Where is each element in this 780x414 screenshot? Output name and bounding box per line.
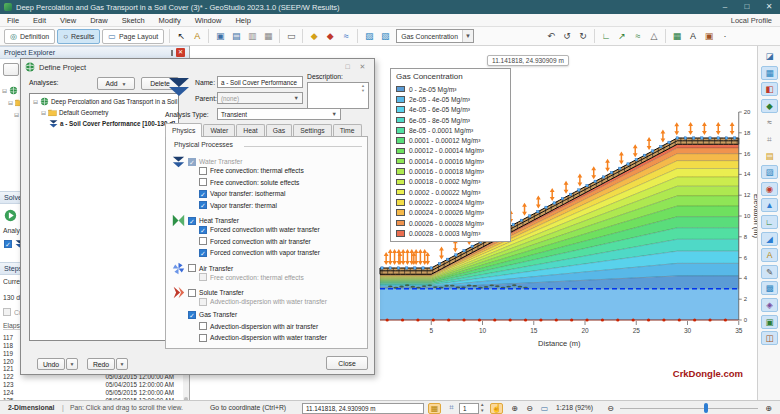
- steps-row[interactable]: 12405/05/2015 12:00:00 AM: [0, 389, 183, 397]
- menu-edit[interactable]: Edit: [26, 14, 53, 27]
- contours-icon[interactable]: ▨: [362, 29, 376, 43]
- slip-surface-icon[interactable]: ◈: [761, 298, 778, 312]
- close-button[interactable]: ✕: [758, 0, 780, 14]
- materials-icon[interactable]: ◆: [307, 29, 321, 43]
- draw-contours-icon[interactable]: ▦: [761, 66, 778, 80]
- zoom-in-icon[interactable]: ⊕: [508, 403, 521, 414]
- polyline-icon[interactable]: ≈: [631, 29, 645, 43]
- name-input[interactable]: a - Soil Cover Performance: [217, 76, 303, 88]
- analyses-tree[interactable]: ⊟Deep Percolation and Gas Transport in a…: [29, 93, 179, 341]
- dialog-maximize-icon[interactable]: □: [340, 63, 355, 71]
- draw-graph-icon[interactable]: ∟: [761, 215, 778, 229]
- pin-icon[interactable]: [171, 50, 173, 56]
- tab-water[interactable]: Water: [203, 124, 235, 137]
- add-button[interactable]: Add▼: [97, 77, 135, 90]
- draw-text-icon[interactable]: A: [761, 248, 778, 262]
- zoom-slider-thumb[interactable]: [704, 403, 708, 413]
- draw-flux-sections-icon[interactable]: ▲: [761, 198, 778, 212]
- solve-button[interactable]: [4, 208, 17, 226]
- text-style-icon[interactable]: A: [686, 29, 700, 43]
- analysis-type-dropdown[interactable]: Transient▼: [217, 108, 341, 120]
- copy-graphics-icon[interactable]: ▣: [213, 29, 227, 43]
- page-layout-button[interactable]: ▭ Page Layout: [102, 29, 164, 44]
- paste-icon[interactable]: ▦: [261, 29, 275, 43]
- tree-item[interactable]: a - Soil Cover Performance [100-130 d]: [49, 119, 175, 128]
- expand-icon[interactable]: ⊟: [2, 87, 7, 94]
- draw-material-table-icon[interactable]: ▨: [761, 165, 778, 179]
- select-cursor-icon[interactable]: ↖: [174, 29, 188, 43]
- draw-dimensions-icon[interactable]: ▩: [761, 281, 778, 295]
- zoom-out-icon[interactable]: ⊖: [523, 403, 536, 414]
- process-checkbox[interactable]: ✓: [188, 158, 196, 166]
- expand-icon[interactable]: ⊟: [33, 98, 38, 105]
- draw-mesh-icon[interactable]: ⌗: [761, 132, 778, 146]
- goto-coordinate-input[interactable]: 11.141818, 24.930909 m: [302, 403, 424, 414]
- process-checkbox[interactable]: ✓: [199, 226, 207, 234]
- export-table-icon[interactable]: ▦: [670, 29, 684, 43]
- menu-sketch[interactable]: Sketch: [115, 14, 152, 27]
- menu-modify[interactable]: Modify: [152, 14, 188, 27]
- undo-dropdown-icon[interactable]: ▼: [66, 358, 78, 370]
- process-checkbox[interactable]: ✓: [199, 201, 207, 209]
- zoom-page-icon[interactable]: ▭: [538, 403, 551, 414]
- redo-button[interactable]: Redo: [87, 358, 115, 370]
- close-icon[interactable]: ✕: [176, 48, 185, 57]
- process-checkbox[interactable]: ✓: [188, 311, 196, 319]
- redo-dropdown-icon[interactable]: ▼: [116, 358, 128, 370]
- water-table-icon[interactable]: ◢: [761, 232, 778, 246]
- process-checkbox[interactable]: [199, 237, 207, 245]
- menu-draw[interactable]: Draw: [83, 14, 115, 27]
- tree-item[interactable]: ⊟Deep Percolation and Gas Transport in a…: [33, 97, 179, 106]
- snapshot-icon[interactable]: ◫: [761, 331, 778, 345]
- expand-icon[interactable]: ⊟: [41, 109, 46, 116]
- tab-physics[interactable]: Physics: [165, 123, 202, 137]
- tab-settings[interactable]: Settings: [293, 124, 332, 137]
- solve-analysis-checkbox[interactable]: ✓: [4, 240, 12, 248]
- undo-button[interactable]: Undo: [37, 358, 65, 370]
- tree-item[interactable]: ⊟: [2, 86, 18, 95]
- minimize-button[interactable]: –: [714, 0, 736, 14]
- draw-boundary-conditions-icon[interactable]: ◉: [761, 182, 778, 196]
- vectors-icon[interactable]: ▧: [378, 29, 392, 43]
- undo-view-icon[interactable]: ↺: [560, 29, 574, 43]
- process-checkbox[interactable]: [199, 273, 207, 281]
- process-checkbox[interactable]: [199, 334, 207, 342]
- dialog-close-icon[interactable]: ✕: [355, 63, 370, 71]
- draw-region-icon[interactable]: ▭: [284, 29, 298, 43]
- expand-icon[interactable]: ⊟: [14, 111, 19, 118]
- page-spinner[interactable]: ▲▼: [480, 402, 484, 413]
- definition-button[interactable]: ◎ Definition: [4, 29, 55, 44]
- zoom-slider-minus-icon[interactable]: ⊖: [604, 403, 617, 414]
- view-selector-dropdown[interactable]: Gas Concentration ▼: [396, 29, 474, 43]
- explorer-toolbar-button[interactable]: [3, 63, 19, 76]
- steps-option-checkbox[interactable]: [3, 308, 11, 316]
- process-checkbox[interactable]: ✓: [199, 249, 207, 257]
- text-highlight-icon[interactable]: A: [190, 29, 204, 43]
- snapshot-icon[interactable]: ▣: [702, 29, 716, 43]
- expand-icon[interactable]: ⊟: [8, 99, 13, 106]
- measure-icon[interactable]: ↗: [615, 29, 629, 43]
- copy-data-icon[interactable]: ▥: [245, 29, 259, 43]
- process-checkbox[interactable]: [199, 298, 207, 306]
- menu-help[interactable]: Help: [228, 14, 257, 27]
- process-checkbox[interactable]: [199, 178, 207, 186]
- page-number-input[interactable]: 1: [459, 403, 479, 414]
- angle-icon[interactable]: △: [647, 29, 661, 43]
- redo-view-icon[interactable]: ↻: [576, 29, 590, 43]
- close-button[interactable]: Close: [326, 356, 368, 370]
- process-checkbox[interactable]: [199, 322, 207, 330]
- toolbar-overflow-icon[interactable]: ·: [718, 29, 732, 43]
- menu-view[interactable]: View: [53, 14, 83, 27]
- tree-item[interactable]: ⊟Default Geometry: [41, 108, 108, 117]
- draw-contour-labels-icon[interactable]: ◧: [761, 82, 778, 96]
- tab-time[interactable]: Time: [333, 124, 362, 137]
- process-checkbox[interactable]: ✓: [188, 217, 196, 225]
- draw-materials-icon[interactable]: ▤: [761, 149, 778, 163]
- pan-hand-icon[interactable]: ☝: [490, 403, 503, 414]
- process-checkbox[interactable]: ✓: [199, 190, 207, 198]
- draw-isolines-icon[interactable]: ≈: [761, 115, 778, 129]
- graph-axes-icon[interactable]: ∟: [599, 29, 613, 43]
- process-checkbox[interactable]: [188, 289, 196, 297]
- maximize-button[interactable]: □: [736, 0, 758, 14]
- tab-gas[interactable]: Gas: [266, 124, 292, 137]
